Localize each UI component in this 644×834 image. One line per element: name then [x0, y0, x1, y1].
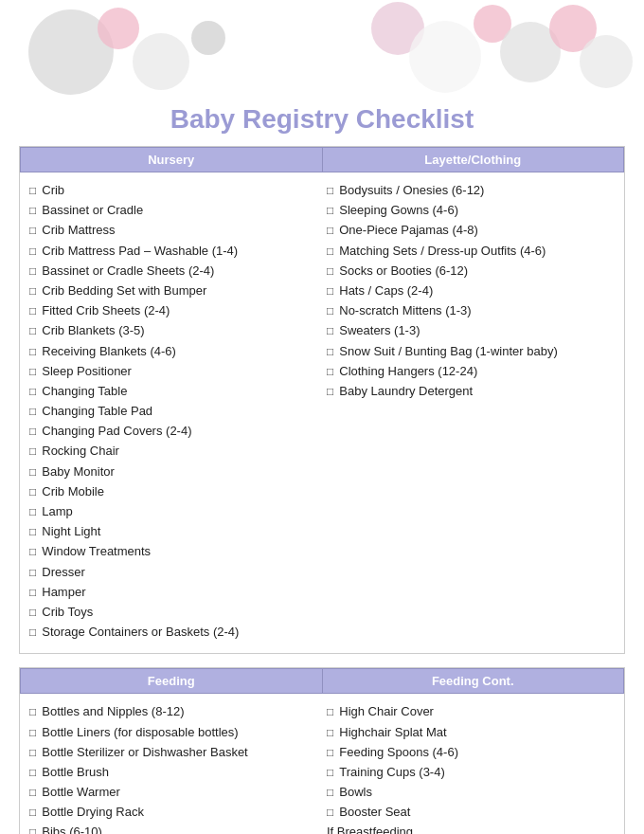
item-label: Storage Containers or Baskets (2-4) [42, 624, 239, 641]
checkbox[interactable]: □ [29, 444, 36, 460]
item-label: Bibs (6-10) [42, 824, 102, 834]
item-label: Bottle Sterilizer or Dishwasher Basket [42, 744, 247, 761]
item-label: Window Treatments [42, 543, 151, 560]
checkbox[interactable]: □ [29, 565, 36, 581]
item-label: Receiving Blankets (4-6) [42, 343, 176, 360]
checkbox[interactable]: □ [29, 605, 36, 621]
checkbox[interactable]: □ [327, 244, 333, 260]
checkbox[interactable]: □ [327, 283, 333, 299]
checkbox[interactable]: □ [29, 244, 36, 260]
checkbox[interactable]: □ [29, 303, 36, 319]
breastfeeding-label: If Breastfeeding [327, 825, 615, 834]
item-label: Booster Seat [339, 804, 410, 821]
checkbox[interactable]: □ [29, 585, 36, 601]
list-item: □Window Treatments [29, 543, 317, 560]
checkbox[interactable]: □ [29, 344, 36, 360]
checkbox[interactable]: □ [29, 364, 36, 380]
checkbox[interactable]: □ [29, 203, 36, 219]
checkbox[interactable]: □ [327, 384, 333, 400]
list-item: □Bottle Drying Rack [29, 804, 317, 821]
checkbox[interactable]: □ [327, 183, 333, 199]
checkbox[interactable]: □ [29, 404, 36, 420]
item-label: Bottle Drying Rack [42, 804, 144, 821]
list-item: □Crib Mattress [29, 222, 317, 239]
checkbox[interactable]: □ [29, 785, 36, 801]
checkbox[interactable]: □ [29, 464, 36, 480]
checkbox[interactable]: □ [327, 223, 333, 239]
list-item: □Baby Monitor [29, 463, 317, 480]
item-label: Crib [42, 182, 64, 199]
checkbox[interactable]: □ [29, 765, 36, 781]
checkbox[interactable]: □ [327, 745, 333, 761]
list-item: □Bibs (6-10) [29, 824, 317, 834]
feeding-header: Feeding [20, 668, 323, 694]
feeding-cont-header: Feeding Cont. [323, 668, 625, 694]
item-label: Bottle Liners (for disposable bottles) [42, 724, 238, 741]
checkbox[interactable]: □ [29, 725, 36, 741]
list-item: □Baby Laundry Detergent [327, 383, 615, 400]
list-item: □Fitted Crib Sheets (2-4) [29, 302, 317, 319]
list-item: □Bottles and Nipples (8-12) [29, 703, 317, 720]
list-item: □Dresser [29, 564, 317, 581]
checkbox[interactable]: □ [29, 223, 36, 239]
layette-col: □Bodysuits / Onesies (6-12)□Sleeping Gow… [317, 182, 615, 644]
list-item: □Feeding Spoons (4-6) [327, 744, 615, 761]
item-label: Crib Toys [42, 604, 93, 621]
nursery-layette-items: □Crib□Bassinet or Cradle□Crib Mattress□C… [20, 172, 624, 653]
list-item: □No-scratch Mittens (1-3) [327, 302, 615, 319]
checkbox[interactable]: □ [29, 424, 36, 440]
checkbox[interactable]: □ [29, 704, 36, 720]
feeding-headers: Feeding Feeding Cont. [20, 668, 624, 694]
checkbox[interactable]: □ [29, 183, 36, 199]
list-item: □Sweaters (1-3) [327, 322, 615, 339]
list-item: □Snow Suit / Bunting Bag (1-winter baby) [327, 343, 615, 360]
list-item: □Bassinet or Cradle Sheets (2-4) [29, 263, 317, 280]
item-label: Bassinet or Cradle Sheets (2-4) [42, 263, 214, 280]
checkbox[interactable]: □ [29, 805, 36, 821]
checkbox[interactable]: □ [327, 323, 333, 339]
item-label: Fitted Crib Sheets (2-4) [42, 302, 170, 319]
checkbox[interactable]: □ [327, 263, 333, 280]
checkbox[interactable]: □ [327, 805, 333, 821]
item-label: Sweaters (1-3) [339, 322, 420, 339]
checkbox[interactable]: □ [327, 725, 333, 741]
checkbox[interactable]: □ [29, 504, 36, 520]
checkbox[interactable]: □ [29, 384, 36, 400]
page-title: Baby Registry Checklist [0, 104, 644, 135]
checkbox[interactable]: □ [29, 263, 36, 280]
item-label: Changing Table [42, 383, 127, 400]
checkbox[interactable]: □ [327, 203, 333, 219]
list-item: □Booster Seat [327, 804, 615, 821]
checkbox[interactable]: □ [29, 524, 36, 540]
checkbox[interactable]: □ [327, 704, 333, 720]
list-item: □Crib Toys [29, 604, 317, 621]
item-label: Bottle Warmer [42, 784, 120, 801]
checkbox[interactable]: □ [327, 344, 333, 360]
list-item: □Rocking Chair [29, 443, 317, 460]
checkbox[interactable]: □ [29, 484, 36, 500]
checkbox[interactable]: □ [327, 765, 333, 781]
list-item: □Bottle Brush [29, 764, 317, 781]
item-label: Crib Mattress [42, 222, 115, 239]
checkbox[interactable]: □ [29, 825, 36, 834]
list-item: □Bottle Warmer [29, 784, 317, 801]
checkbox[interactable]: □ [29, 283, 36, 299]
item-label: Feeding Spoons (4-6) [339, 744, 458, 761]
feeding-block: Feeding Feeding Cont. □Bottles and Nippl… [19, 667, 625, 834]
checkbox[interactable]: □ [29, 323, 36, 339]
checkbox[interactable]: □ [29, 544, 36, 560]
item-label: Crib Mobile [42, 483, 104, 500]
checkbox[interactable]: □ [327, 303, 333, 319]
list-item: □Changing Table [29, 383, 317, 400]
item-label: Rocking Chair [42, 443, 119, 460]
feeding-cont-col: □High Chair Cover□Highchair Splat Mat□Fe… [317, 703, 615, 834]
checkbox[interactable]: □ [29, 625, 36, 641]
item-label: Changing Table Pad [42, 403, 152, 420]
list-item: □Bottle Sterilizer or Dishwasher Basket [29, 744, 317, 761]
checkbox[interactable]: □ [327, 785, 333, 801]
list-item: □Hats / Caps (2-4) [327, 282, 615, 299]
checkbox[interactable]: □ [327, 364, 333, 380]
list-item: □Bodysuits / Onesies (6-12) [327, 182, 615, 199]
checkbox[interactable]: □ [29, 745, 36, 761]
item-label: Snow Suit / Bunting Bag (1-winter baby) [339, 343, 558, 360]
